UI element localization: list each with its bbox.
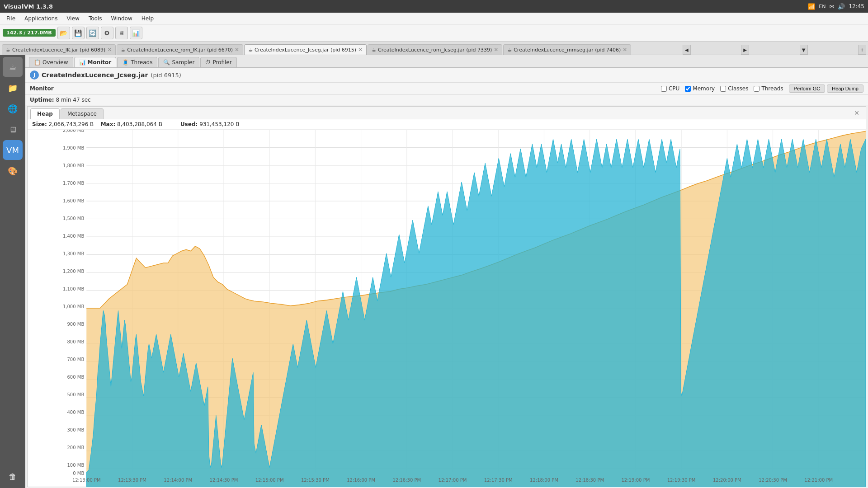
toolbar-settings-btn[interactable]: ⚙ <box>101 27 113 39</box>
sidebar-item-app1[interactable]: VM <box>3 140 23 160</box>
svg-text:1,900 MB: 1,900 MB <box>63 145 84 150</box>
svg-text:1,500 MB: 1,500 MB <box>63 216 84 221</box>
sidebar-item-trash[interactable]: 🗑 <box>3 466 23 486</box>
menu-view[interactable]: View <box>63 14 83 23</box>
checkbox-cpu[interactable]: CPU <box>661 85 679 92</box>
checkbox-threads[interactable]: Threads <box>754 85 783 92</box>
svg-text:12:19:30 PM: 12:19:30 PM <box>667 477 696 483</box>
chart-close-button[interactable]: ✕ <box>850 107 863 119</box>
heap-tab-label: Heap <box>37 111 53 117</box>
size-value: 2,066,743,296 B <box>49 121 94 127</box>
toolbar-chart-btn[interactable]: 📊 <box>130 27 142 39</box>
titlebar: VisualVM 1.3.8 📶 EN ✉ 🔊 12:45 <box>0 0 868 13</box>
tab-label-2: CreateIndexLucence_Jcseg.jar (pid 6915) <box>255 47 356 53</box>
checkbox-memory-label: Memory <box>693 85 715 92</box>
tab-close-3[interactable]: ✕ <box>494 47 498 53</box>
process-tab-4[interactable]: ☕ CreateIndexLucence_mmseg.jar (pid 7406… <box>503 44 631 55</box>
tab-close-1[interactable]: ✕ <box>235 47 239 53</box>
sound-icon: 🔊 <box>838 3 845 10</box>
checkbox-memory[interactable]: Memory <box>685 85 715 92</box>
svg-text:12:13:30 PM: 12:13:30 PM <box>118 477 146 483</box>
process-tab-3[interactable]: ☕ CreateIndexLucence_rom_Jcseg.jar (pid … <box>368 44 502 55</box>
tab-close-2[interactable]: ✕ <box>358 47 363 53</box>
tab-close-4[interactable]: ✕ <box>623 47 627 53</box>
svg-text:12:18:30 PM: 12:18:30 PM <box>576 477 604 483</box>
tab-sampler[interactable]: 🔍 Sampler <box>158 57 199 67</box>
checkbox-classes-input[interactable] <box>720 86 726 92</box>
toolbar: 142.3 / 217.0MB 📂 💾 🔄 ⚙ 🖥 📊 <box>0 24 868 42</box>
toolbar-monitor-btn[interactable]: 🖥 <box>115 27 128 39</box>
tab-nav-right[interactable]: ▶ <box>741 45 749 55</box>
toolbar-refresh-btn[interactable]: 🔄 <box>86 27 99 39</box>
process-tabs: ☕ CreateIndexLucence_lK.jar (pid 6089) ✕… <box>0 42 868 55</box>
tab-monitor[interactable]: 📊 Monitor <box>74 57 117 67</box>
menu-file[interactable]: File <box>3 14 19 23</box>
threads-label: Threads <box>131 59 152 66</box>
sidebar-item-app2[interactable]: 🎨 <box>3 161 23 181</box>
sidebar-item-browser[interactable]: 🌐 <box>3 99 23 118</box>
uptime-label: Uptime: <box>30 97 54 103</box>
svg-text:1,800 MB: 1,800 MB <box>63 163 84 168</box>
tab-new[interactable]: + <box>858 45 866 55</box>
max-label: Max: <box>101 121 116 127</box>
perform-gc-button[interactable]: Perform GC <box>789 84 826 93</box>
svg-text:12:14:00 PM: 12:14:00 PM <box>164 477 192 483</box>
menubar: File Applications View Tools Window Help <box>0 13 868 24</box>
sidebar-item-java[interactable]: ☕ <box>3 57 23 77</box>
chart-tab-heap[interactable]: Heap <box>30 108 60 119</box>
tab-label-3: CreateIndexLucence_rom_Jcseg.jar (pid 73… <box>378 47 492 53</box>
sidebar: ☕ 📁 🌐 🖥 VM 🎨 🗑 <box>0 55 25 488</box>
svg-text:12:20:00 PM: 12:20:00 PM <box>713 477 741 483</box>
menu-help[interactable]: Help <box>138 14 157 23</box>
svg-text:100 MB: 100 MB <box>67 462 84 468</box>
overview-icon: 📋 <box>34 59 41 66</box>
svg-text:12:21:00 PM: 12:21:00 PM <box>804 477 833 483</box>
process-tab-1[interactable]: ☕ CreateIndexLucence_rom_lK.jar (pid 667… <box>117 44 243 55</box>
process-tab-2[interactable]: ☕ CreateIndexLucence_Jcseg.jar (pid 6915… <box>244 44 367 55</box>
svg-text:600 MB: 600 MB <box>67 374 84 380</box>
tab-label-4: CreateIndexLucence_mmseg.jar (pid 7406) <box>514 47 621 53</box>
checkbox-cpu-input[interactable] <box>661 86 667 92</box>
menu-tools[interactable]: Tools <box>85 14 106 23</box>
svg-text:1,700 MB: 1,700 MB <box>63 180 84 186</box>
checkbox-classes[interactable]: Classes <box>720 85 748 92</box>
monitor-toolbar: Monitor CPU Memory Classes Threads <box>25 83 868 95</box>
svg-text:0 MB: 0 MB <box>73 470 84 475</box>
svg-text:12:16:30 PM: 12:16:30 PM <box>392 477 421 483</box>
sampler-icon: 🔍 <box>163 59 170 66</box>
svg-text:1,600 MB: 1,600 MB <box>63 198 84 203</box>
process-tab-0[interactable]: ☕ CreateIndexLucence_lK.jar (pid 6089) ✕ <box>2 44 116 55</box>
monitor-label-text: Monitor <box>30 85 661 92</box>
svg-text:12:13:00 PM: 12:13:00 PM <box>72 477 101 483</box>
tab-nav-left[interactable]: ◀ <box>683 45 691 55</box>
chart-tab-metaspace[interactable]: Metaspace <box>61 108 104 119</box>
toolbar-save-btn[interactable]: 💾 <box>72 27 85 39</box>
content: 📋 Overview 📊 Monitor 🧵 Threads 🔍 Sampler… <box>25 55 868 488</box>
used-label: Used: <box>180 121 198 127</box>
checkbox-memory-input[interactable] <box>685 86 691 92</box>
app-title: VisualVM 1.3.8 <box>4 3 53 10</box>
svg-text:300 MB: 300 MB <box>67 427 84 432</box>
checkbox-threads-input[interactable] <box>754 86 760 92</box>
heap-chart: 2,000 MB 1,900 MB 1,800 MB 1,700 MB 1,60… <box>28 130 866 487</box>
heap-dump-button[interactable]: Heap Dump <box>827 84 863 93</box>
sidebar-item-files[interactable]: 📁 <box>3 78 23 98</box>
tab-nav-menu[interactable]: ▼ <box>800 45 808 55</box>
menu-applications[interactable]: Applications <box>21 14 61 23</box>
tab-threads[interactable]: 🧵 Threads <box>117 57 157 67</box>
menu-window[interactable]: Window <box>107 14 136 23</box>
network-icon: 📶 <box>808 3 815 10</box>
sidebar-item-terminal[interactable]: 🖥 <box>3 119 23 139</box>
toolbar-open-btn[interactable]: 📂 <box>57 27 70 39</box>
tab-label-0: CreateIndexLucence_lK.jar (pid 6089) <box>12 47 106 53</box>
svg-text:2,000 MB: 2,000 MB <box>63 130 84 133</box>
main-container: ☕ 📁 🌐 🖥 VM 🎨 🗑 📋 Overview 📊 Monitor 🧵 Th… <box>0 55 868 488</box>
svg-text:1,100 MB: 1,100 MB <box>63 286 84 291</box>
chart-tabs: Heap Metaspace ✕ <box>28 107 866 119</box>
tab-close-0[interactable]: ✕ <box>107 47 112 53</box>
uptime-bar: Uptime: 8 min 47 sec <box>25 95 868 105</box>
tab-overview[interactable]: 📋 Overview <box>29 57 73 67</box>
used-info: Used: 931,453,120 B <box>180 121 240 127</box>
tab-profiler[interactable]: ⏱ Profiler <box>200 57 236 67</box>
size-info: Size: 2,066,743,296 B Max: 8,403,288,064… <box>32 121 162 127</box>
